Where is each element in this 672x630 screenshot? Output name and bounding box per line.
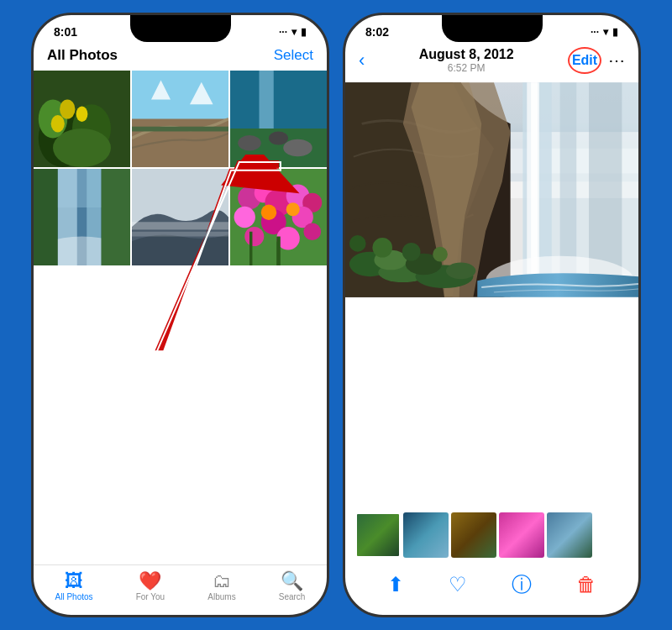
nav-bar-1: All Photos Select <box>34 42 327 71</box>
search-icon: 🔍 <box>281 572 303 591</box>
photo-cell-6[interactable] <box>230 169 327 265</box>
photo-grid-container <box>34 71 327 265</box>
phone-1-frame: 8:01 ··· ▾ ▮ All Photos Select <box>31 13 329 617</box>
svg-point-16 <box>269 131 288 144</box>
signal-dots-icon: ··· <box>279 26 287 38</box>
tab-for-you[interactable]: ❤️ For You <box>136 572 165 601</box>
nav-title-1: All Photos <box>47 47 118 64</box>
svg-point-34 <box>234 207 255 228</box>
edit-button[interactable]: Edit <box>568 47 601 74</box>
status-bar-1: 8:01 ··· ▾ ▮ <box>34 15 327 42</box>
photos-icon: 🖼 <box>65 572 83 591</box>
signal-dots-icon-2: ··· <box>591 26 599 38</box>
favorite-button[interactable]: ♡ <box>449 573 467 596</box>
photo-cell-5[interactable] <box>132 169 228 265</box>
svg-point-6 <box>51 115 65 133</box>
svg-point-14 <box>238 135 261 150</box>
thumbnail-strip <box>345 506 638 564</box>
photo-cell-3[interactable] <box>230 71 327 167</box>
status-icons-2: ··· ▾ ▮ <box>591 26 618 38</box>
thumbnail-2[interactable] <box>403 512 449 558</box>
phone-2-frame: 8:02 ··· ▾ ▮ ‹ August 8, 2012 6:52 PM Ed… <box>343 13 641 617</box>
main-photo-container <box>345 81 638 506</box>
photo-time: 6:52 PM <box>419 62 514 74</box>
nav-right-actions: Edit ⋯ <box>568 47 625 74</box>
status-icons-1: ··· ▾ ▮ <box>279 26 307 38</box>
share-button[interactable]: ⬆ <box>387 573 404 596</box>
time-1: 8:01 <box>54 25 77 39</box>
thumbnail-1[interactable] <box>355 512 401 558</box>
bottom-toolbar: ⬆ ♡ ⓘ 🗑 <box>345 564 638 615</box>
tab-bar-1: 🖼 All Photos ❤️ For You 🗂 Albums 🔍 Searc… <box>34 564 327 615</box>
notch-1 <box>130 15 231 42</box>
nav-date-block: August 8, 2012 6:52 PM <box>419 47 514 74</box>
wifi-icon-2: ▾ <box>603 26 608 38</box>
svg-rect-11 <box>230 71 327 129</box>
svg-rect-22 <box>34 169 58 265</box>
svg-rect-27 <box>132 232 228 237</box>
more-button[interactable]: ⋯ <box>608 50 625 71</box>
tab-search[interactable]: 🔍 Search <box>279 572 306 601</box>
svg-point-15 <box>283 139 312 157</box>
tab-all-photos[interactable]: 🖼 All Photos <box>55 572 93 601</box>
svg-rect-10 <box>132 127 228 132</box>
svg-point-41 <box>286 202 300 216</box>
back-button[interactable]: ‹ <box>359 50 365 71</box>
time-2: 8:02 <box>365 25 389 39</box>
svg-point-5 <box>60 100 75 119</box>
wifi-icon: ▾ <box>291 26 297 38</box>
svg-rect-42 <box>276 237 281 266</box>
battery-icon-2: ▮ <box>612 26 618 38</box>
svg-point-37 <box>244 227 264 246</box>
notch-2 <box>442 15 543 42</box>
svg-rect-23 <box>102 169 131 265</box>
svg-point-65 <box>446 263 475 280</box>
status-bar-2: 8:02 ··· ▾ ▮ <box>345 15 638 42</box>
nav-bar-2: ‹ August 8, 2012 6:52 PM Edit ⋯ <box>345 42 638 81</box>
heart-icon: ❤️ <box>139 572 161 591</box>
thumbnail-3[interactable] <box>451 512 496 558</box>
svg-point-7 <box>76 107 88 122</box>
delete-button[interactable]: 🗑 <box>576 573 596 596</box>
battery-icon: ▮ <box>301 26 307 38</box>
info-button[interactable]: ⓘ <box>512 571 532 598</box>
thumbnail-5[interactable] <box>547 512 592 558</box>
albums-icon: 🗂 <box>213 572 231 591</box>
svg-point-67 <box>372 238 392 258</box>
svg-rect-43 <box>249 232 252 265</box>
select-button[interactable]: Select <box>274 47 313 64</box>
main-photo[interactable] <box>345 81 638 299</box>
photo-cell-2[interactable] <box>132 71 228 167</box>
thumbnail-4[interactable] <box>499 512 544 558</box>
tab-albums[interactable]: 🗂 Albums <box>207 572 235 601</box>
photo-grid <box>34 71 327 265</box>
svg-point-69 <box>433 247 448 262</box>
photo-cell-1[interactable] <box>34 71 130 167</box>
svg-rect-26 <box>132 222 228 229</box>
svg-point-68 <box>402 243 421 261</box>
svg-point-40 <box>261 205 276 220</box>
photo-cell-4[interactable] <box>34 169 130 265</box>
svg-rect-13 <box>260 71 274 129</box>
photo-date: August 8, 2012 <box>419 47 514 62</box>
svg-point-66 <box>349 235 366 252</box>
svg-point-39 <box>303 223 321 240</box>
